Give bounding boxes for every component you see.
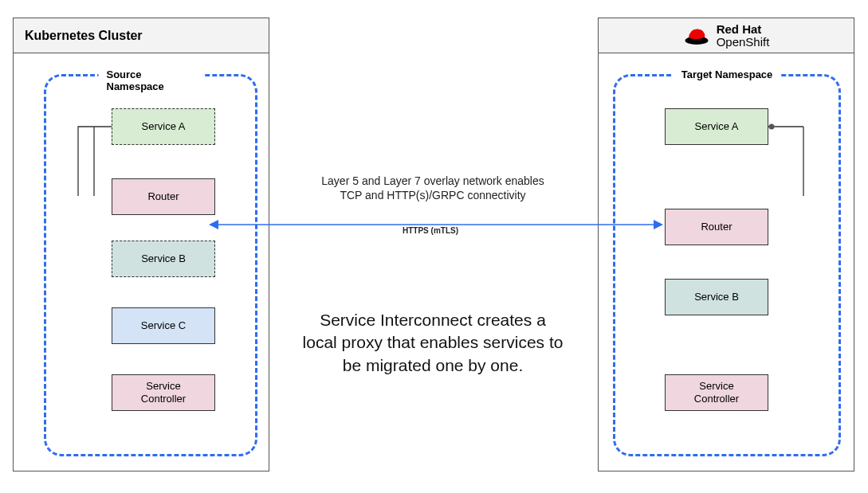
redhat-title-primary: Red Hat bbox=[717, 23, 770, 36]
target-service-b: Service B bbox=[665, 279, 768, 315]
target-router: Router bbox=[665, 209, 768, 245]
svg-point-2 bbox=[769, 124, 775, 130]
connection-protocol-label-content: HTTPS (mTLS) bbox=[403, 226, 458, 235]
connection-protocol-label: HTTPS (mTLS) bbox=[383, 226, 478, 235]
right-cluster-panel: Red Hat OpenShift Target Namespace Servi… bbox=[598, 18, 854, 471]
redhat-text: Red Hat OpenShift bbox=[717, 23, 770, 49]
source-router-label: Router bbox=[147, 190, 179, 203]
target-service-controller-label: Service Controller bbox=[694, 380, 739, 405]
overlay-network-text: Layer 5 and Layer 7 overlay network enab… bbox=[309, 174, 556, 202]
left-cluster-title: Kubernetes Cluster bbox=[25, 29, 143, 43]
source-namespace: Source Namespace Service A Router Servic… bbox=[44, 74, 257, 456]
target-service-controller: Service Controller bbox=[665, 374, 768, 411]
source-service-c-label: Service C bbox=[141, 319, 186, 332]
redhat-hat-icon bbox=[683, 25, 710, 46]
overlay-network-text-content: Layer 5 and Layer 7 overlay network enab… bbox=[321, 174, 544, 202]
target-service-a: Service A bbox=[665, 108, 768, 145]
redhat-title-secondary: OpenShift bbox=[717, 36, 770, 49]
target-service-a-label: Service A bbox=[695, 120, 739, 133]
source-service-controller-label: Service Controller bbox=[141, 380, 186, 405]
source-service-a-label: Service A bbox=[142, 120, 186, 133]
target-service-b-label: Service B bbox=[694, 291, 739, 303]
source-service-a: Service A bbox=[112, 108, 215, 145]
description-text-content: Service Interconnect creates a local pro… bbox=[303, 311, 564, 374]
redhat-logo: Red Hat OpenShift bbox=[610, 23, 842, 49]
description-text: Service Interconnect creates a local pro… bbox=[301, 309, 564, 377]
diagram-stage: Kubernetes Cluster Source Namespace Serv… bbox=[0, 0, 868, 493]
target-namespace-label: Target Namespace bbox=[674, 68, 781, 80]
left-cluster-header: Kubernetes Cluster bbox=[14, 18, 269, 53]
target-namespace: Target Namespace Service A Router Servic… bbox=[613, 74, 841, 456]
source-service-b: Service B bbox=[112, 241, 215, 277]
source-service-controller: Service Controller bbox=[112, 374, 215, 411]
source-namespace-label: Source Namespace bbox=[99, 68, 203, 92]
target-router-label: Router bbox=[701, 221, 732, 233]
left-cluster-panel: Kubernetes Cluster Source Namespace Serv… bbox=[13, 18, 269, 471]
source-service-c: Service C bbox=[112, 307, 215, 344]
source-service-b-label: Service B bbox=[141, 252, 186, 265]
right-cluster-header: Red Hat OpenShift bbox=[599, 18, 854, 53]
source-router: Router bbox=[112, 178, 215, 215]
